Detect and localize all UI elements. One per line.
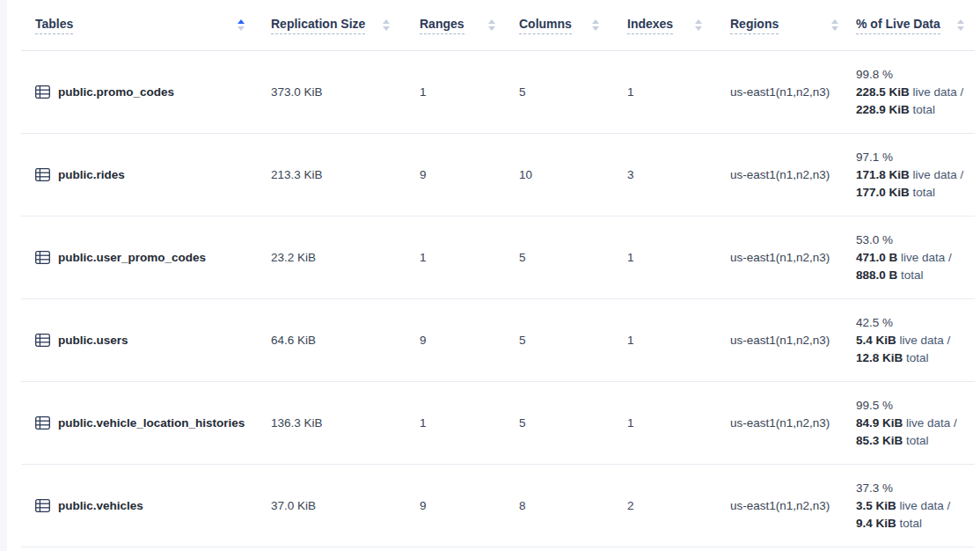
columns-cell: 5 (506, 334, 610, 347)
column-header-label: % of Live Data (856, 17, 940, 34)
total-size-line: 12.8 KiB total (856, 349, 975, 367)
live-data-cell: 97.1 % 171.8 KiB live data / 177.0 KiB t… (849, 149, 975, 202)
table-name-cell: public.vehicles (21, 499, 255, 512)
regions-cell: us-east1(n1,n2,n3) (713, 168, 849, 181)
sort-desc-arrow-icon (592, 26, 599, 31)
live-percent: 99.5 % (856, 397, 975, 415)
table-name-link[interactable]: public.vehicle_location_histories (58, 416, 245, 430)
live-data-cell: 37.3 % 3.5 KiB live data / 9.4 KiB total (849, 480, 975, 533)
total-size-line: 177.0 KiB total (856, 184, 975, 202)
live-data-cell: 99.8 % 228.5 KiB live data / 228.9 KiB t… (849, 66, 975, 119)
replication-size-cell: 37.0 KiB (255, 499, 400, 512)
live-data-cell: 42.5 % 5.4 KiB live data / 12.8 KiB tota… (849, 314, 975, 367)
table-row: public.user_promo_codes 23.2 KiB 1 5 1 u… (21, 217, 975, 299)
total-size-line: 9.4 KiB total (856, 515, 975, 533)
regions-cell: us-east1(n1,n2,n3) (713, 499, 849, 512)
table-icon (35, 499, 50, 512)
live-size-line: 171.8 KiB live data / (856, 166, 975, 184)
sort-arrows-icon (488, 19, 495, 31)
table-icon (35, 251, 50, 264)
table-icon (35, 168, 50, 181)
columns-cell: 10 (506, 168, 610, 181)
column-header-label: Tables (35, 17, 73, 34)
live-percent: 53.0 % (856, 231, 975, 249)
table-name-cell: public.promo_codes (21, 85, 255, 99)
live-data-cell: 53.0 % 471.0 B live data / 888.0 B total (849, 231, 975, 284)
columns-cell: 5 (506, 416, 610, 430)
sort-desc-arrow-icon (695, 26, 702, 31)
table-name-link[interactable]: public.user_promo_codes (58, 251, 206, 264)
table-name-cell: public.users (21, 334, 255, 347)
ranges-cell: 9 (400, 168, 506, 181)
columns-cell: 5 (506, 85, 610, 99)
table-body: public.promo_codes 373.0 KiB 1 5 1 us-ea… (21, 51, 975, 547)
live-size-line: 5.4 KiB live data / (856, 332, 975, 349)
column-header[interactable]: Regions (713, 17, 849, 34)
table-row: public.promo_codes 373.0 KiB 1 5 1 us-ea… (21, 51, 975, 134)
live-size-line: 228.5 KiB live data / (856, 84, 975, 101)
column-header[interactable]: Replication Size (255, 17, 400, 34)
table-name-cell: public.rides (21, 168, 255, 181)
column-header[interactable]: % of Live Data (849, 17, 975, 34)
indexes-cell: 2 (610, 499, 713, 512)
regions-cell: us-east1(n1,n2,n3) (713, 85, 849, 99)
sort-arrows-icon (695, 19, 702, 31)
column-header-label: Ranges (420, 17, 464, 34)
sort-desc-arrow-icon (831, 26, 838, 31)
total-size-line: 888.0 B total (856, 267, 975, 284)
indexes-cell: 1 (610, 334, 713, 347)
table-icon (35, 334, 50, 347)
sort-asc-arrow-icon (592, 19, 599, 24)
sort-arrows-icon (238, 19, 245, 31)
table-name-link[interactable]: public.rides (58, 168, 125, 181)
table-row: public.vehicles 37.0 KiB 9 8 2 us-east1(… (21, 465, 975, 547)
column-header-label: Columns (519, 17, 572, 34)
columns-cell: 5 (506, 251, 610, 264)
table-name-link[interactable]: public.promo_codes (58, 85, 174, 99)
sort-desc-arrow-icon (957, 26, 964, 31)
ranges-cell: 9 (400, 334, 506, 347)
ranges-cell: 1 (400, 85, 506, 99)
column-header-label: Indexes (627, 17, 673, 34)
live-data-cell: 99.5 % 84.9 KiB live data / 85.3 KiB tot… (849, 397, 975, 450)
total-size-line: 228.9 KiB total (856, 101, 975, 119)
live-size-line: 3.5 KiB live data / (856, 497, 975, 515)
regions-cell: us-east1(n1,n2,n3) (713, 251, 849, 264)
table-name-cell: public.user_promo_codes (21, 251, 255, 264)
table-name-link[interactable]: public.vehicles (58, 499, 143, 512)
sort-asc-arrow-icon (383, 19, 390, 24)
table-header-row: Tables Replication Size Ranges Columns I… (21, 0, 975, 51)
regions-cell: us-east1(n1,n2,n3) (713, 416, 849, 430)
ranges-cell: 1 (400, 251, 506, 264)
column-header-label: Regions (730, 17, 779, 34)
column-header[interactable]: Tables (21, 17, 255, 34)
column-header[interactable]: Columns (506, 17, 610, 34)
tables-panel: Tables Replication Size Ranges Columns I… (7, 0, 980, 551)
replication-size-cell: 64.6 KiB (255, 334, 400, 347)
sort-desc-arrow-icon (383, 26, 390, 31)
column-header[interactable]: Ranges (400, 17, 506, 34)
sort-asc-arrow-icon (957, 19, 964, 24)
table-icon (35, 416, 50, 430)
live-percent: 42.5 % (856, 314, 975, 332)
sort-asc-arrow-icon (695, 19, 702, 24)
sort-arrows-icon (592, 19, 599, 31)
live-percent: 97.1 % (856, 149, 975, 166)
regions-cell: us-east1(n1,n2,n3) (713, 334, 849, 347)
column-header[interactable]: Indexes (610, 17, 713, 34)
indexes-cell: 3 (610, 168, 713, 181)
sort-arrows-icon (957, 19, 964, 31)
table-name-cell: public.vehicle_location_histories (21, 416, 255, 430)
sort-arrows-icon (383, 19, 390, 31)
replication-size-cell: 23.2 KiB (255, 251, 400, 264)
tables-table: Tables Replication Size Ranges Columns I… (21, 0, 975, 547)
table-name-link[interactable]: public.users (58, 334, 128, 347)
columns-cell: 8 (506, 499, 610, 512)
table-row: public.vehicle_location_histories 136.3 … (21, 382, 975, 465)
ranges-cell: 9 (400, 499, 506, 512)
table-icon (35, 85, 50, 99)
sort-asc-arrow-icon (831, 19, 838, 24)
indexes-cell: 1 (610, 416, 713, 430)
indexes-cell: 1 (610, 251, 713, 264)
column-header-label: Replication Size (271, 17, 365, 34)
